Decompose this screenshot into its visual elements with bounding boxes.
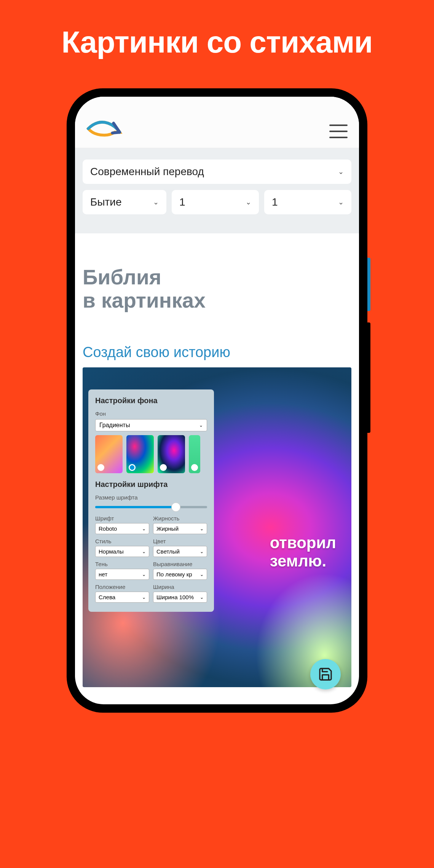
position-select[interactable]: Слева⌄ [95, 592, 149, 603]
verse-line: отворил [270, 534, 336, 552]
width-select[interactable]: Ширина 100%⌄ [153, 592, 207, 603]
style-label: Стиль [95, 538, 149, 544]
gradient-swatch-1[interactable] [95, 435, 123, 473]
shadow-label: Тень [95, 561, 149, 567]
slider-thumb[interactable] [171, 503, 180, 512]
chevron-down-icon: ⌄ [153, 198, 159, 206]
promo-title: Картинки со стихами [0, 0, 434, 60]
radio-icon [160, 464, 167, 471]
bg-type-select[interactable]: Градиенты ⌄ [95, 419, 207, 431]
hamburger-line-icon [329, 137, 348, 138]
page-title-line1: Библия [83, 265, 161, 289]
app-header [75, 97, 359, 148]
radio-icon [97, 464, 104, 471]
app-logo-icon[interactable] [86, 117, 123, 138]
page-subtitle: Создай свою историю [83, 344, 351, 361]
verse-select[interactable]: 1 ⌄ [264, 190, 351, 214]
hamburger-line-icon [329, 131, 348, 132]
app-screen: Современный перевод ⌄ Бытие ⌄ 1 ⌄ 1 [75, 97, 359, 704]
chevron-down-icon: ⌄ [338, 168, 344, 176]
font-label: Шрифт [95, 515, 149, 522]
menu-button[interactable] [329, 124, 348, 138]
chevron-down-icon: ⌄ [142, 595, 146, 600]
hamburger-line-icon [329, 124, 348, 126]
translation-value: Современный перевод [90, 166, 204, 178]
chevron-down-icon: ⌄ [200, 549, 204, 554]
verse-selector-bar: Современный перевод ⌄ Бытие ⌄ 1 ⌄ 1 [75, 148, 359, 233]
page-title: Библия в картинках [83, 266, 351, 312]
chapter-value: 1 [179, 196, 185, 208]
page-title-line2: в картинках [83, 289, 206, 312]
verse-preview-text: отворил землю. [270, 534, 336, 571]
bg-settings-title: Настройки фона [95, 396, 207, 405]
translation-select[interactable]: Современный перевод ⌄ [83, 160, 351, 184]
shadow-select[interactable]: нет⌄ [95, 569, 149, 580]
width-value: Ширина 100% [156, 594, 194, 600]
fontsize-slider[interactable] [95, 506, 207, 508]
chevron-down-icon: ⌄ [200, 572, 204, 577]
bg-type-value: Градиенты [99, 422, 130, 429]
radio-icon [129, 464, 136, 471]
phone-screen-bezel: Современный перевод ⌄ Бытие ⌄ 1 ⌄ 1 [75, 97, 359, 704]
chevron-down-icon: ⌄ [200, 595, 204, 600]
content-area: Библия в картинках Создай свою историю о… [75, 233, 359, 704]
gradient-swatch-row [95, 435, 207, 473]
verse-image-canvas[interactable]: отворил землю. Настройки фона Фон Градие… [83, 367, 351, 687]
chevron-down-icon: ⌄ [142, 572, 146, 577]
chevron-down-icon: ⌄ [142, 526, 146, 531]
width-label: Ширина [153, 584, 207, 590]
align-select[interactable]: По левому кр⌄ [153, 569, 207, 580]
chevron-down-icon: ⌄ [200, 526, 204, 531]
bg-label: Фон [95, 410, 207, 417]
phone-power-button [367, 258, 370, 311]
slider-fill [95, 506, 176, 508]
fontsize-label: Размер шрифта [95, 494, 207, 501]
font-value: Roboto [99, 525, 117, 532]
phone-volume-button [367, 322, 370, 433]
book-value: Бытие [90, 196, 122, 208]
shadow-value: нет [99, 571, 107, 578]
color-label: Цвет [153, 538, 207, 544]
verse-value: 1 [272, 196, 278, 208]
chevron-down-icon: ⌄ [338, 198, 344, 206]
chapter-select[interactable]: 1 ⌄ [172, 190, 259, 214]
align-label: Выравнивание [153, 561, 207, 567]
position-label: Положение [95, 584, 149, 590]
gradient-swatch-4[interactable] [189, 435, 200, 473]
chevron-down-icon: ⌄ [246, 198, 251, 206]
gradient-swatch-3[interactable] [158, 435, 185, 473]
style-value: Нормалы [99, 548, 124, 555]
font-settings-title: Настройки шрифта [95, 480, 207, 489]
weight-value: Жирный [156, 525, 179, 532]
color-value: Светлый [156, 548, 180, 555]
verse-line: землю. [270, 552, 326, 570]
weight-select[interactable]: Жирный⌄ [153, 523, 207, 534]
save-fab-button[interactable] [310, 659, 341, 689]
style-select[interactable]: Нормалы⌄ [95, 546, 149, 557]
save-icon [318, 667, 333, 682]
font-select[interactable]: Roboto⌄ [95, 523, 149, 534]
book-select[interactable]: Бытие ⌄ [83, 190, 166, 214]
settings-panel: Настройки фона Фон Градиенты ⌄ Наст [88, 389, 214, 612]
chevron-down-icon: ⌄ [142, 549, 146, 554]
color-select[interactable]: Светлый⌄ [153, 546, 207, 557]
align-value: По левому кр [156, 571, 192, 578]
radio-icon [191, 464, 198, 471]
chevron-down-icon: ⌄ [199, 423, 203, 428]
weight-label: Жирность [153, 515, 207, 522]
phone-frame: Современный перевод ⌄ Бытие ⌄ 1 ⌄ 1 [67, 88, 367, 713]
gradient-swatch-2[interactable] [126, 435, 154, 473]
position-value: Слева [99, 594, 115, 600]
